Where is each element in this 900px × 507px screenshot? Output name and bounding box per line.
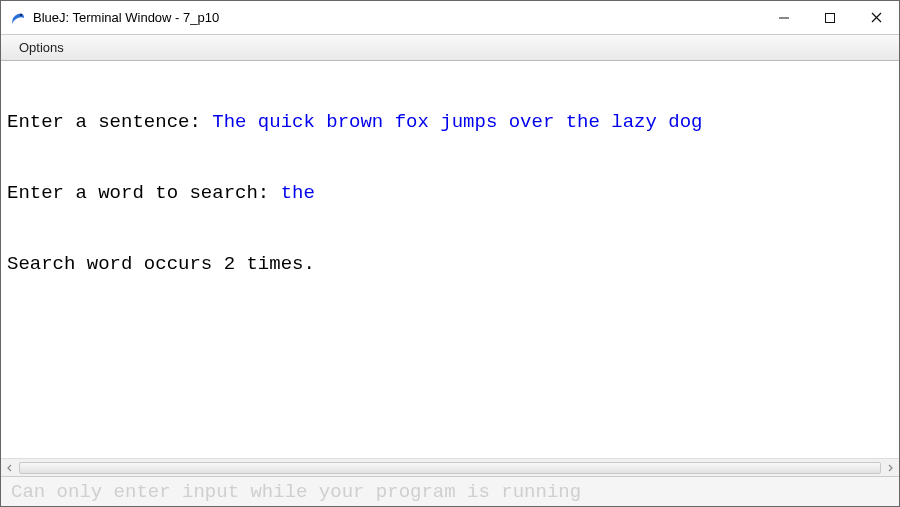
minimize-button[interactable] xyxy=(761,1,807,34)
scrollbar-track[interactable] xyxy=(19,462,881,474)
close-button[interactable] xyxy=(853,1,899,34)
terminal-line: Search word occurs 2 times. xyxy=(7,253,893,277)
svg-point-0 xyxy=(20,13,22,15)
horizontal-scrollbar[interactable] xyxy=(1,458,899,476)
terminal-line: Enter a sentence: The quick brown fox ju… xyxy=(7,111,893,135)
scroll-right-icon[interactable] xyxy=(883,461,897,475)
titlebar: BlueJ: Terminal Window - 7_p10 xyxy=(1,1,899,35)
svg-rect-2 xyxy=(826,13,835,22)
scroll-left-icon[interactable] xyxy=(3,461,17,475)
bluej-terminal-window: BlueJ: Terminal Window - 7_p10 Options E… xyxy=(0,0,900,507)
terminal-input-placeholder: Can only enter input while your program … xyxy=(11,481,889,503)
terminal-user-input: The quick brown fox jumps over the lazy … xyxy=(212,111,702,133)
bluej-app-icon xyxy=(9,9,27,27)
terminal-prompt: Search word occurs 2 times. xyxy=(7,253,315,275)
menubar: Options xyxy=(1,35,899,61)
terminal-input-row: Can only enter input while your program … xyxy=(1,476,899,506)
maximize-button[interactable] xyxy=(807,1,853,34)
scrollbar-thumb[interactable] xyxy=(19,462,881,474)
terminal-output: Enter a sentence: The quick brown fox ju… xyxy=(1,61,899,458)
terminal-prompt: Enter a word to search: xyxy=(7,182,281,204)
terminal-user-input: the xyxy=(281,182,315,204)
window-title: BlueJ: Terminal Window - 7_p10 xyxy=(33,10,761,25)
terminal-prompt: Enter a sentence: xyxy=(7,111,212,133)
window-controls xyxy=(761,1,899,34)
terminal-line: Enter a word to search: the xyxy=(7,182,893,206)
menu-options[interactable]: Options xyxy=(11,38,72,57)
